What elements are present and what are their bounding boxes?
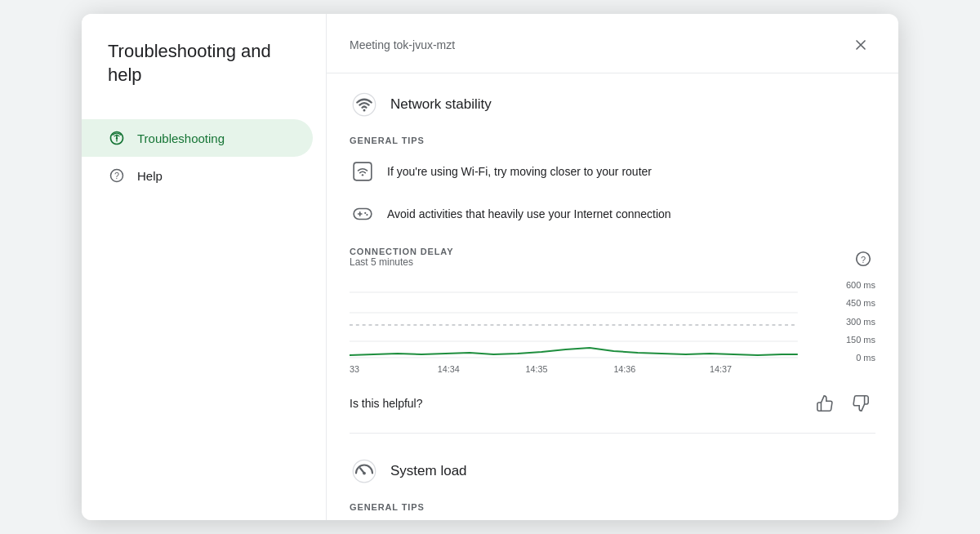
svg-text:14:37: 14:37 xyxy=(710,364,732,374)
gamepad-icon xyxy=(350,201,376,227)
helpful-text: Is this helpful? xyxy=(350,397,423,410)
system-load-title: System load xyxy=(390,463,467,479)
sidebar-nav: Troubleshooting ? Help xyxy=(82,119,326,194)
chart-section: CONNECTION DELAY Last 5 minutes ? xyxy=(350,247,875,377)
tip-browser: Close browser tabs that you don't need xyxy=(350,517,875,520)
meeting-id: Meeting tok-jvux-mzt xyxy=(350,38,455,51)
network-stability-header: Network stability xyxy=(350,73,875,129)
general-tips-label-2: GENERAL TIPS xyxy=(350,496,875,517)
svg-text:?: ? xyxy=(114,171,119,180)
general-tips-label-1: GENERAL TIPS xyxy=(350,129,875,150)
sidebar-item-troubleshooting[interactable]: Troubleshooting xyxy=(82,119,313,157)
helpful-row: Is this helpful? xyxy=(350,377,875,426)
section-divider xyxy=(350,433,875,434)
y-label-450: 450 ms xyxy=(835,299,875,308)
svg-point-6 xyxy=(362,174,363,176)
main-content: Meeting tok-jvux-mzt xyxy=(327,14,898,520)
chart-sublabel: Last 5 minutes xyxy=(350,256,453,268)
svg-text:14:35: 14:35 xyxy=(526,364,548,374)
sidebar: Troubleshooting and help Troubleshooting xyxy=(82,14,327,520)
svg-point-26 xyxy=(363,472,366,475)
wifi-icon xyxy=(350,90,379,119)
troubleshooting-icon xyxy=(108,129,126,147)
dialog-container: Troubleshooting and help Troubleshooting xyxy=(82,14,898,520)
svg-text:33: 33 xyxy=(350,364,359,374)
chart-wrapper: 33 14:34 14:35 14:36 14:37 600 ms 450 ms… xyxy=(350,276,875,377)
svg-text:?: ? xyxy=(861,255,866,265)
network-stability-title: Network stability xyxy=(390,96,492,113)
helpful-buttons xyxy=(810,389,875,418)
sidebar-item-help[interactable]: ? Help xyxy=(82,157,313,194)
chart-header: CONNECTION DELAY Last 5 minutes ? xyxy=(350,247,875,271)
sidebar-title: Troubleshooting and help xyxy=(108,40,300,87)
svg-point-3 xyxy=(353,93,376,116)
tip-gamepad: Avoid activities that heavily use your I… xyxy=(350,193,875,235)
y-label-300: 300 ms xyxy=(835,318,875,327)
system-load-header: System load xyxy=(350,440,875,496)
svg-point-10 xyxy=(364,212,366,214)
sidebar-item-troubleshooting-label: Troubleshooting xyxy=(137,131,225,145)
svg-point-0 xyxy=(116,138,118,140)
svg-point-11 xyxy=(366,214,368,216)
sidebar-item-help-label: Help xyxy=(137,169,163,183)
thumbs-up-button[interactable] xyxy=(810,389,840,418)
wifi-tip-icon xyxy=(350,158,376,185)
chart-svg: 33 14:34 14:35 14:36 14:37 xyxy=(350,276,830,374)
tip-wifi-text: If you're using Wi-Fi, try moving closer… xyxy=(387,165,652,178)
tip-wifi: If you're using Wi-Fi, try moving closer… xyxy=(350,150,875,193)
chart-help-button[interactable]: ? xyxy=(851,247,875,271)
thumbs-down-button[interactable] xyxy=(846,389,875,418)
sidebar-header: Troubleshooting and help xyxy=(82,40,326,113)
svg-point-4 xyxy=(363,109,366,111)
chart-area: 33 14:34 14:35 14:36 14:37 xyxy=(350,276,830,377)
help-icon: ? xyxy=(108,167,126,185)
chart-label: CONNECTION DELAY xyxy=(350,247,453,256)
y-label-600: 600 ms xyxy=(835,281,875,290)
svg-text:14:34: 14:34 xyxy=(438,364,460,374)
svg-text:14:36: 14:36 xyxy=(613,364,635,374)
main-scroll: Network stability GENERAL TIPS If you're… xyxy=(327,73,898,520)
main-header: Meeting tok-jvux-mzt xyxy=(327,14,898,73)
svg-rect-7 xyxy=(354,209,372,220)
chart-y-labels: 600 ms 450 ms 300 ms 150 ms 0 ms xyxy=(835,276,875,377)
y-label-150: 150 ms xyxy=(835,336,875,345)
tip-gamepad-text: Avoid activities that heavily use your I… xyxy=(387,207,671,220)
close-button[interactable] xyxy=(846,30,875,60)
y-label-0: 0 ms xyxy=(835,354,875,363)
gauge-icon xyxy=(350,456,379,486)
